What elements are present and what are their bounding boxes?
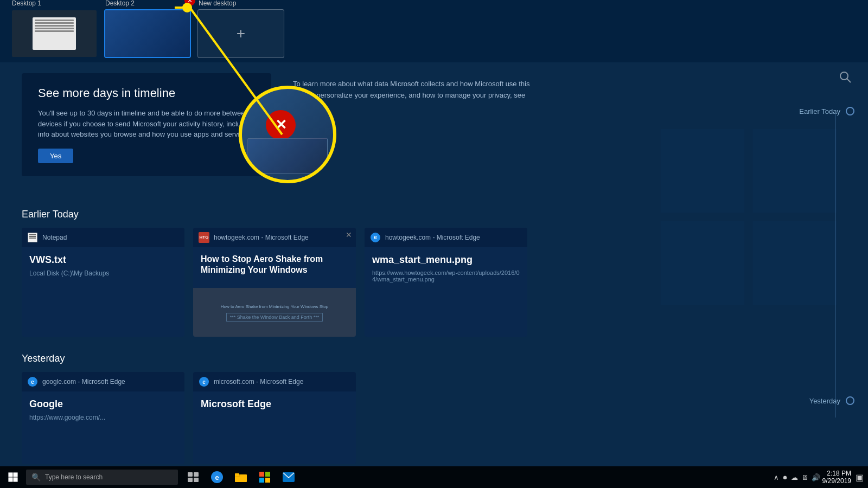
signin-panel-title: See more days in timeline xyxy=(38,86,255,100)
ms-source-label: microsoft.com - Microsoft Edge xyxy=(214,378,303,386)
yesterday-cards: e google.com - Microsoft Edge Google htt… xyxy=(22,372,846,464)
notepad-file-path: Local Disk (C:)\My Backups xyxy=(29,269,177,277)
notification-icon[interactable]: ▣ xyxy=(856,472,864,483)
info-description: To learn more about what data Microsoft … xyxy=(293,79,532,112)
aero-shake-card[interactable]: HTG howtogeek.com - Microsoft Edge ✕ How… xyxy=(193,228,356,337)
learn-more-link[interactable]: Learn more xyxy=(293,117,846,125)
desktop-1-label: Desktop 1 xyxy=(11,0,41,7)
ms-title: Microsoft Edge xyxy=(201,398,348,410)
microsoft-edge-card[interactable]: e microsoft.com - Microsoft Edge Microso… xyxy=(193,372,356,464)
record-icon: ⏺ xyxy=(782,474,788,480)
notepad-card-content: VWS.txt Local Disk (C:)\My Backups xyxy=(22,247,184,284)
notepad-file-title: VWS.txt xyxy=(29,254,177,266)
timeline-yesterday-label: Yesterday xyxy=(809,397,840,405)
google-card[interactable]: e google.com - Microsoft Edge Google htt… xyxy=(22,372,184,464)
desktop-2-preview[interactable] xyxy=(104,9,191,58)
ms-card-content: Microsoft Edge xyxy=(193,391,356,420)
aero-shake-source-label: howtogeek.com - Microsoft Edge xyxy=(214,234,309,241)
wma-card-content: wma_start_menu.png https://www.howtogeek… xyxy=(365,247,527,289)
taskbar-search-box[interactable]: 🔍 Type here to search xyxy=(26,470,178,485)
start-button[interactable] xyxy=(0,466,26,488)
desktop-1-preview[interactable] xyxy=(11,9,98,58)
info-panel-row: See more days in timeline You'll see up … xyxy=(22,73,846,192)
wma-url: https://www.howtogeek.com/wp-content/upl… xyxy=(372,269,520,282)
aero-shake-thumb-subtext: *** Shake the Window Back and Forth *** xyxy=(226,313,323,322)
svg-line-23 xyxy=(847,79,851,82)
svg-rect-18 xyxy=(265,478,270,483)
timeline-yesterday-dot xyxy=(846,396,854,405)
aero-shake-card-header: HTG howtogeek.com - Microsoft Edge xyxy=(193,228,356,247)
svg-point-22 xyxy=(840,72,848,80)
wma-card[interactable]: e howtogeek.com - Microsoft Edge wma_sta… xyxy=(365,228,527,337)
yesterday-header: Yesterday xyxy=(22,353,846,364)
system-tray-icons: ∧ ⏺ ☁ 🖥 🔊 xyxy=(774,473,820,481)
aero-shake-card-close-button[interactable]: ✕ xyxy=(344,230,354,240)
mail-button[interactable] xyxy=(278,466,299,488)
desktop-2-label: Desktop 2 xyxy=(104,0,135,7)
svg-rect-11 xyxy=(194,478,199,482)
google-card-header: e google.com - Microsoft Edge xyxy=(22,372,184,391)
cloud-icon: ☁ xyxy=(791,473,798,481)
google-card-content: Google https://www.google.com/... xyxy=(22,391,184,428)
svg-rect-16 xyxy=(265,472,270,477)
aero-shake-thumbnail: How to Aero Shake from Minimizing Your W… xyxy=(193,288,356,337)
svg-rect-4 xyxy=(8,472,12,477)
network-icon: 🖥 xyxy=(801,473,808,481)
info-panel-right: To learn more about what data Microsoft … xyxy=(293,73,846,192)
aero-shake-card-content: How to Stop Aero Shake from Minimizing Y… xyxy=(193,247,356,286)
system-clock[interactable]: 2:18 PM 9/29/2019 xyxy=(822,470,851,485)
search-icon: 🔍 xyxy=(31,473,41,481)
file-explorer-button[interactable] xyxy=(230,466,252,488)
chevron-up-icon[interactable]: ∧ xyxy=(774,473,779,481)
wma-file-title: wma_start_menu.png xyxy=(372,254,520,266)
new-desktop-button[interactable]: + xyxy=(197,9,284,58)
google-title: Google xyxy=(29,398,177,410)
edge-taskbar-button[interactable]: e xyxy=(206,466,228,488)
wma-source-label: howtogeek.com - Microsoft Edge xyxy=(385,234,480,241)
notepad-app-label: Notepad xyxy=(42,234,67,241)
svg-rect-17 xyxy=(259,478,264,483)
svg-rect-6 xyxy=(8,477,12,481)
signin-panel: See more days in timeline You'll see up … xyxy=(22,73,271,176)
earlier-today-section: Earlier Today Notepad VWS.txt xyxy=(22,209,846,337)
desktop-2-thumb[interactable]: Desktop 2 ✕ xyxy=(104,0,191,58)
notepad-card-header: Notepad xyxy=(22,228,184,247)
earlier-today-cards: Notepad VWS.txt Local Disk (C:)\My Backu… xyxy=(22,228,846,337)
clock-time: 2:18 PM xyxy=(827,470,851,477)
notepad-icon xyxy=(27,232,38,243)
svg-rect-8 xyxy=(188,472,193,477)
google-source-label: google.com - Microsoft Edge xyxy=(42,378,125,386)
timeline-earlier-today-container: Earlier Today xyxy=(799,107,854,115)
new-desktop-thumb[interactable]: New desktop + xyxy=(197,0,284,58)
svg-rect-9 xyxy=(194,472,199,477)
ms-card-header: e microsoft.com - Microsoft Edge xyxy=(193,372,356,391)
timeline-yesterday-container: Yesterday xyxy=(809,396,854,405)
taskbar-app-icons: e xyxy=(182,466,299,488)
search-placeholder-text: Type here to search xyxy=(45,473,103,481)
timeline-earlier-today-dot xyxy=(846,107,854,115)
task-view-button[interactable] xyxy=(182,466,204,488)
wma-card-header: e howtogeek.com - Microsoft Edge xyxy=(365,228,527,247)
svg-rect-10 xyxy=(188,478,193,482)
svg-rect-7 xyxy=(13,477,17,481)
ms-edge-icon: e xyxy=(199,376,209,387)
aero-shake-title: How to Stop Aero Shake from Minimizing Y… xyxy=(201,254,348,277)
volume-icon[interactable]: 🔊 xyxy=(812,473,820,481)
timeline-search-button[interactable] xyxy=(839,70,852,87)
desktop-2-close-button[interactable]: ✕ xyxy=(184,0,195,6)
aero-shake-thumb-text: How to Aero Shake from Minimizing Your W… xyxy=(221,304,328,310)
desktop-bar: Desktop 1 Desktop 2 ✕ New desktop + xyxy=(0,0,868,62)
clock-date: 9/29/2019 xyxy=(822,477,851,485)
yes-button[interactable]: Yes xyxy=(38,149,73,163)
signin-panel-description: You'll see up to 30 days in timeline and… xyxy=(38,108,255,140)
store-button[interactable] xyxy=(254,466,276,488)
taskbar-right-area: ∧ ⏺ ☁ 🖥 🔊 2:18 PM 9/29/2019 ▣ xyxy=(774,470,868,485)
earlier-today-header: Earlier Today xyxy=(22,209,846,220)
desktop-1-thumb[interactable]: Desktop 1 xyxy=(11,0,98,58)
notepad-card[interactable]: Notepad VWS.txt Local Disk (C:)\My Backu… xyxy=(22,228,184,337)
htg-icon: HTG xyxy=(199,232,209,243)
edge-icon: e xyxy=(370,232,381,243)
timeline-content: See more days in timeline You'll see up … xyxy=(0,62,868,466)
google-edge-icon: e xyxy=(27,376,38,387)
yesterday-section: Yesterday e google.com - Microsoft Edge … xyxy=(22,353,846,464)
